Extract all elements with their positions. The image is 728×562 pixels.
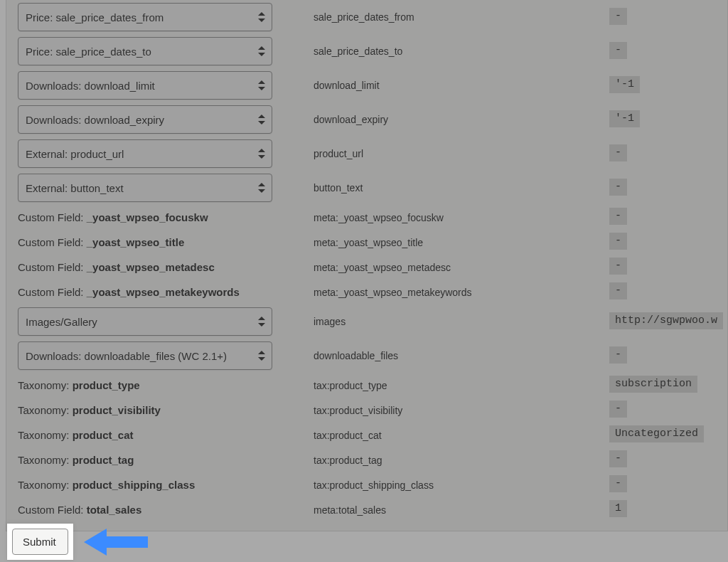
sort-icon (257, 46, 266, 56)
sample-value: subscription (609, 376, 697, 393)
field-name: sale_price_dates_from (314, 11, 414, 23)
sample-value: - (609, 450, 627, 467)
sample-value: - (609, 282, 627, 299)
mapping-row: External: product_urlproduct_url- (6, 137, 727, 171)
field-static-label: Taxonomy: product_tag (18, 450, 306, 470)
field-static-label: Custom Field: _yoast_wpseo_focuskw (18, 207, 306, 228)
select-label: Downloads: download_limit (26, 80, 155, 92)
field-name: meta:total_sales (314, 504, 386, 516)
field-name: download_expiry (314, 114, 388, 125)
svg-marker-5 (258, 87, 265, 90)
sample-value: Uncategorized (609, 425, 704, 442)
field-key-bold: product_tag (73, 454, 134, 466)
select-label: Downloads: downloadable_files (WC 2.1+) (26, 350, 227, 362)
field-name: tax:product_type (314, 380, 387, 391)
mapping-row: Taxonomy: product_typetax:product_typesu… (6, 373, 727, 398)
field-key-bold: product_cat (73, 429, 134, 441)
field-static-label: Custom Field: _yoast_wpseo_title (18, 232, 306, 253)
select-label: Downloads: download_expiry (26, 114, 164, 126)
submit-highlight-wrap: Submit (7, 524, 73, 560)
mapping-row: Price: sale_price_dates_tosale_price_dat… (6, 34, 727, 68)
field-select[interactable]: Images/Gallery (18, 307, 272, 336)
mapping-row: Custom Field: _yoast_wpseo_titlemeta:_yo… (6, 230, 727, 255)
sort-icon (257, 317, 266, 327)
svg-marker-11 (258, 189, 265, 193)
field-prefix: Taxonomy: (18, 379, 73, 391)
svg-marker-7 (258, 121, 265, 124)
mapping-row: Images/Galleryimageshttp://sgwpwoo.w (6, 304, 727, 339)
field-key-bold: product_shipping_class (73, 479, 196, 491)
field-name: tax:product_shipping_class (314, 479, 434, 491)
mapping-row: Custom Field: _yoast_wpseo_focuskwmeta:_… (6, 205, 727, 230)
field-key-bold: _yoast_wpseo_metadesc (87, 261, 215, 273)
field-select[interactable]: Downloads: download_expiry (18, 105, 272, 134)
field-prefix: Custom Field: (18, 236, 87, 248)
field-name: tax:product_visibility (314, 405, 402, 416)
field-select[interactable]: External: product_url (18, 139, 272, 168)
field-name: images (314, 316, 346, 327)
field-prefix: Custom Field: (18, 504, 87, 516)
submit-button[interactable]: Submit (12, 529, 68, 555)
sample-value: http://sgwpwoo.w (609, 312, 723, 329)
sort-icon (257, 80, 266, 90)
svg-marker-3 (258, 53, 265, 56)
mapping-row: Custom Field: _yoast_wpseo_metakeywordsm… (6, 280, 727, 304)
mapping-row: Taxonomy: product_shipping_classtax:prod… (6, 472, 727, 497)
svg-marker-13 (258, 323, 265, 327)
field-select[interactable]: Downloads: download_limit (18, 71, 272, 100)
field-static-label: Taxonomy: product_shipping_class (18, 474, 306, 495)
field-name: product_url (314, 148, 363, 159)
svg-marker-2 (258, 46, 265, 50)
mapping-row: Price: sale_price_dates_fromsale_price_d… (6, 0, 727, 34)
mapping-row: Taxonomy: product_tagtax:product_tag- (6, 447, 727, 472)
mapping-panel: Price: sale_price_dates_fromsale_price_d… (6, 0, 728, 531)
sample-value: '-1 (609, 110, 640, 127)
field-static-label: Custom Field: _yoast_wpseo_metakeywords (18, 282, 306, 302)
mapping-row: Taxonomy: product_cattax:product_catUnca… (6, 423, 727, 447)
field-name: tax:product_cat (314, 430, 382, 441)
field-prefix: Taxonomy: (18, 479, 73, 491)
svg-marker-6 (258, 115, 265, 118)
field-select[interactable]: Price: sale_price_dates_from (18, 3, 272, 31)
field-select[interactable]: Downloads: downloadable_files (WC 2.1+) (18, 341, 272, 370)
sort-icon (257, 149, 266, 159)
field-prefix: Taxonomy: (18, 429, 73, 441)
field-static-label: Taxonomy: product_visibility (18, 400, 306, 420)
field-static-label: Taxonomy: product_type (18, 375, 306, 396)
sample-value: - (609, 401, 627, 418)
sample-value: - (609, 8, 627, 25)
sort-icon (257, 183, 266, 193)
field-name: downloadable_files (314, 350, 398, 361)
svg-marker-15 (258, 357, 265, 361)
sample-value: - (609, 144, 627, 161)
mapping-row: Custom Field: _yoast_wpseo_metadescmeta:… (6, 255, 727, 280)
sample-value: '-1 (609, 76, 640, 93)
select-label: External: button_text (26, 182, 124, 194)
select-label: External: product_url (26, 148, 124, 160)
svg-marker-4 (258, 80, 265, 84)
sample-value: - (609, 475, 627, 492)
field-select[interactable]: Price: sale_price_dates_to (18, 37, 272, 65)
field-prefix: Custom Field: (18, 211, 87, 223)
sample-value: - (609, 233, 627, 250)
svg-marker-1 (258, 18, 265, 22)
field-name: meta:_yoast_wpseo_metadesc (314, 262, 451, 273)
sort-icon (257, 115, 266, 124)
svg-marker-9 (258, 155, 265, 159)
field-name: sale_price_dates_to (314, 46, 402, 57)
sample-value: - (609, 208, 627, 225)
mapping-row: Custom Field: total_salesmeta:total_sale… (6, 497, 727, 522)
sample-value: - (609, 258, 627, 275)
field-name: tax:product_tag (314, 455, 382, 466)
field-select[interactable]: External: button_text (18, 174, 272, 202)
sort-icon (257, 12, 266, 22)
mapping-row: External: button_textbutton_text- (6, 171, 727, 205)
field-prefix: Custom Field: (18, 261, 87, 273)
field-static-label: Custom Field: total_sales (18, 499, 306, 520)
sample-value: - (609, 346, 627, 364)
field-prefix: Taxonomy: (18, 454, 73, 466)
field-key-bold: total_sales (87, 504, 142, 516)
field-key-bold: _yoast_wpseo_title (87, 236, 185, 248)
mapping-row: Downloads: downloadable_files (WC 2.1+)d… (6, 339, 727, 373)
field-prefix: Taxonomy: (18, 404, 73, 416)
